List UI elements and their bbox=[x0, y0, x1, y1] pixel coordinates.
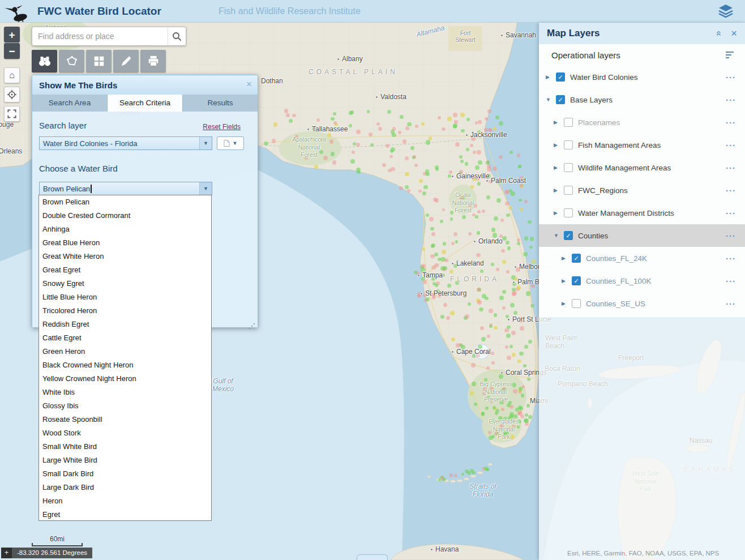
bird-option[interactable]: Snowy Egret bbox=[39, 277, 211, 290]
dialog-resize-handle[interactable] bbox=[254, 323, 255, 324]
layer-row-base-layers[interactable]: ▼✓Base Layers··· bbox=[539, 88, 745, 111]
layer-row-counties-fl-24k[interactable]: ▶✓Counties_FL_24K··· bbox=[539, 247, 745, 270]
expand-arrow-icon[interactable]: ▶ bbox=[546, 74, 556, 80]
expand-arrow-icon[interactable]: ▶ bbox=[554, 119, 564, 125]
bird-option[interactable]: Glossy Ibis bbox=[39, 399, 211, 413]
layer-checkbox[interactable] bbox=[572, 299, 581, 308]
reset-fields-link[interactable]: Reset Fields bbox=[203, 123, 241, 131]
bird-option[interactable]: Wood Stork bbox=[39, 426, 211, 440]
dialog-title: Show Me The Birds bbox=[39, 80, 117, 90]
collapse-panel-icon[interactable]: « bbox=[713, 31, 725, 36]
layer-row-counties[interactable]: ▼✓Counties··· bbox=[539, 224, 745, 247]
expand-arrow-icon[interactable]: ▶ bbox=[562, 278, 572, 284]
bird-option[interactable]: Anhinga bbox=[39, 223, 211, 236]
bird-option[interactable]: Small Dark Bird bbox=[39, 467, 211, 481]
layer-row-placenames[interactable]: ▶Placenames··· bbox=[539, 111, 745, 134]
bird-option[interactable]: Large White Bird bbox=[39, 454, 211, 467]
layer-options-menu[interactable]: ··· bbox=[726, 254, 736, 263]
home-button[interactable]: ⌂ bbox=[4, 67, 20, 83]
layer-checkbox[interactable] bbox=[564, 208, 573, 217]
layer-checkbox[interactable]: ✓ bbox=[572, 254, 581, 263]
bird-option[interactable]: Brown Pelican bbox=[39, 195, 211, 209]
search-layer-select[interactable]: Water Bird Colonies - Florida ▼ bbox=[39, 136, 212, 150]
chevron-down-icon[interactable]: ▼ bbox=[199, 137, 212, 149]
bird-combobox[interactable]: ▼ bbox=[39, 182, 212, 195]
layer-checkbox[interactable] bbox=[564, 163, 573, 172]
add-data-tool-button[interactable] bbox=[86, 50, 112, 72]
layer-options-menu[interactable]: ··· bbox=[726, 186, 736, 195]
bird-option[interactable]: White Ibis bbox=[39, 386, 211, 399]
bird-option[interactable]: Great White Heron bbox=[39, 250, 211, 263]
layer-options-menu[interactable]: ··· bbox=[726, 140, 736, 150]
layer-row-fish-management-areas[interactable]: ▶Fish Management Areas··· bbox=[539, 134, 745, 156]
search-input[interactable] bbox=[32, 27, 168, 46]
filter-list-icon[interactable] bbox=[725, 51, 735, 59]
layer-options-menu[interactable]: ··· bbox=[726, 231, 736, 241]
bird-option[interactable]: Black Crowned Night Heron bbox=[39, 358, 211, 372]
layer-checkbox[interactable] bbox=[564, 118, 573, 127]
dialog-close-icon[interactable]: × bbox=[246, 79, 252, 90]
coordinate-capture-icon[interactable]: + bbox=[1, 548, 12, 558]
layer-row-water-management-districts[interactable]: ▶Water Management Districts··· bbox=[539, 202, 745, 224]
bird-option[interactable]: Great Blue Heron bbox=[39, 236, 211, 250]
close-panel-icon[interactable]: × bbox=[731, 27, 737, 40]
layer-checkbox[interactable]: ✓ bbox=[556, 95, 565, 104]
layer-options-menu[interactable]: ··· bbox=[726, 118, 736, 127]
collapse-arrow-icon[interactable]: ▼ bbox=[554, 233, 564, 238]
bird-option[interactable]: Heron bbox=[39, 494, 211, 508]
layer-checkbox[interactable]: ✓ bbox=[572, 276, 581, 285]
dialog-tab-search-criteria[interactable]: Search Criteria bbox=[108, 95, 183, 112]
bird-option[interactable]: Egret bbox=[39, 508, 211, 521]
locate-button[interactable] bbox=[4, 87, 20, 102]
layer-info-button[interactable]: ▼ bbox=[217, 136, 244, 150]
expand-arrow-icon[interactable]: ▶ bbox=[554, 142, 564, 148]
bird-option[interactable]: Large Dark Bird bbox=[39, 481, 211, 494]
select-tool-button[interactable] bbox=[59, 50, 84, 72]
print-tool-button[interactable] bbox=[140, 50, 166, 72]
layer-checkbox[interactable]: ✓ bbox=[556, 72, 565, 82]
expand-arrow-icon[interactable]: ▶ bbox=[554, 165, 564, 170]
layer-row-water-bird-colonies[interactable]: ▶✓Water Bird Colonies··· bbox=[539, 66, 745, 88]
bird-option[interactable]: Reddish Egret bbox=[39, 318, 211, 331]
chevron-down-icon[interactable]: ▼ bbox=[199, 182, 212, 195]
layer-options-menu[interactable]: ··· bbox=[726, 208, 736, 218]
layer-row-counties-se-us[interactable]: ▶Counties_SE_US··· bbox=[539, 292, 745, 315]
layer-options-menu[interactable]: ··· bbox=[726, 163, 736, 173]
expand-arrow-icon[interactable]: ▶ bbox=[562, 255, 572, 261]
layer-row-counties-fl-100k[interactable]: ▶✓Counties_FL_100K··· bbox=[539, 270, 745, 292]
dialog-tab-search-area[interactable]: Search Area bbox=[32, 95, 108, 112]
bird-input[interactable] bbox=[40, 182, 199, 195]
bird-option[interactable]: Tricolored Heron bbox=[39, 304, 211, 318]
layer-options-menu[interactable]: ··· bbox=[726, 95, 736, 105]
default-extent-button[interactable] bbox=[4, 106, 20, 122]
bird-option[interactable]: Cattle Egret bbox=[39, 331, 211, 345]
map-popup-fragment[interactable] bbox=[357, 554, 388, 560]
draw-tool-button[interactable] bbox=[113, 50, 139, 72]
expand-arrow-icon[interactable]: ▶ bbox=[554, 187, 564, 193]
expand-arrow-icon[interactable]: ▶ bbox=[562, 301, 572, 306]
layer-options-menu[interactable]: ··· bbox=[726, 276, 736, 286]
bird-option[interactable]: Roseate Spoonbill bbox=[39, 413, 211, 426]
collapse-arrow-icon[interactable]: ▼ bbox=[546, 97, 556, 102]
bird-option[interactable]: Yellow Crowned Night Heron bbox=[39, 372, 211, 386]
layer-row-fwc-regions[interactable]: ▶FWC_Regions··· bbox=[539, 179, 745, 202]
layer-checkbox[interactable] bbox=[564, 186, 573, 195]
show-me-the-birds-button[interactable] bbox=[32, 50, 57, 72]
zoom-in-button[interactable]: + bbox=[4, 27, 20, 42]
bird-option[interactable]: Small White Bird bbox=[39, 440, 211, 454]
bird-option[interactable]: Double Crested Cormorant bbox=[39, 209, 211, 223]
layer-row-wildlife-management-areas[interactable]: ▶Wildlife Management Areas··· bbox=[539, 156, 745, 179]
bird-option[interactable]: Green Heron bbox=[39, 345, 211, 358]
layers-icon[interactable] bbox=[717, 3, 735, 21]
layer-options-menu[interactable]: ··· bbox=[726, 72, 736, 82]
dialog-tab-results[interactable]: Results bbox=[183, 95, 258, 112]
zoom-out-button[interactable]: − bbox=[4, 43, 20, 59]
bird-option[interactable]: Little Blue Heron bbox=[39, 290, 211, 304]
layer-options-menu[interactable]: ··· bbox=[726, 299, 736, 309]
expand-arrow-icon[interactable]: ▶ bbox=[554, 210, 564, 216]
bird-option[interactable]: Great Egret bbox=[39, 263, 211, 277]
search-button[interactable] bbox=[168, 27, 186, 46]
layer-checkbox[interactable] bbox=[564, 140, 573, 149]
layer-checkbox[interactable]: ✓ bbox=[564, 231, 573, 240]
dialog-titlebar[interactable]: Show Me The Birds × bbox=[32, 75, 258, 95]
